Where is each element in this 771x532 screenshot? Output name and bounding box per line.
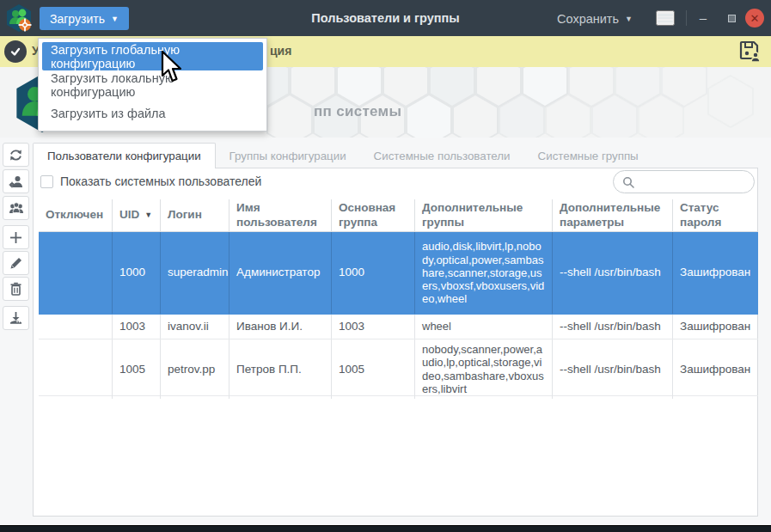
column-header-extra-groups[interactable]: Дополнительные группы bbox=[415, 199, 553, 232]
refresh-button[interactable] bbox=[3, 143, 29, 167]
tab-bar: Пользователи конфигурации Группы конфигу… bbox=[33, 143, 652, 168]
menu-item-load-local-config[interactable]: Загрузить локальную конфигурацию bbox=[42, 70, 263, 99]
caret-down-icon: ▼ bbox=[625, 15, 633, 23]
user-settings-icon bbox=[9, 174, 23, 189]
app-window: Загрузить ▼ Пользователи и группы Сохран… bbox=[0, 0, 771, 532]
delete-button[interactable] bbox=[3, 277, 29, 301]
search-input[interactable] bbox=[639, 174, 745, 189]
caret-down-icon: ▼ bbox=[111, 15, 119, 23]
load-button[interactable]: Загрузить ▼ bbox=[40, 7, 129, 30]
search-box bbox=[613, 170, 755, 193]
sort-desc-icon: ▼ bbox=[144, 211, 152, 220]
refresh-icon bbox=[9, 148, 23, 162]
users-group-button[interactable] bbox=[3, 196, 29, 220]
app-logo-icon bbox=[4, 3, 34, 33]
edit-button[interactable] bbox=[3, 251, 29, 275]
menu-item-load-from-file[interactable]: Загрузить из файла bbox=[42, 99, 263, 127]
table-row[interactable]: 1005 petrov.pp Петров П.П. 1005 nobody,s… bbox=[39, 339, 758, 396]
save-button[interactable]: Сохранить ▼ bbox=[552, 8, 638, 29]
titlebar-separator bbox=[686, 10, 687, 26]
content-panel: Показать системных пользователей Отключе… bbox=[33, 168, 758, 517]
restore-button[interactable] bbox=[728, 13, 738, 23]
column-header-uid[interactable]: UID▼ bbox=[113, 199, 161, 232]
tab-system-users[interactable]: Системные пользователи bbox=[360, 143, 524, 168]
titlebar: Загрузить ▼ Пользователи и группы Сохран… bbox=[0, 0, 771, 36]
tab-config-users[interactable]: Пользователи конфигурации bbox=[33, 143, 216, 168]
table-header-row: Отключен UID▼ Логин Имя пользователя Осн… bbox=[39, 199, 758, 232]
download-button[interactable] bbox=[3, 306, 29, 330]
show-system-users-checkbox[interactable] bbox=[40, 175, 53, 188]
column-header-primary-group[interactable]: Основная группа bbox=[332, 199, 415, 232]
add-icon bbox=[9, 231, 22, 244]
tab-config-groups[interactable]: Группы конфигурации bbox=[216, 143, 360, 168]
search-icon bbox=[622, 176, 634, 188]
window-bottom-edge bbox=[0, 525, 771, 532]
load-dropdown-menu: Загрузить глобальную конфигурацию Загруз… bbox=[38, 38, 267, 131]
table-row[interactable]: 1003 ivanov.ii Иванов И.И. 1003 wheel --… bbox=[39, 315, 758, 339]
check-icon bbox=[4, 40, 27, 63]
user-settings-button[interactable] bbox=[3, 169, 29, 193]
save-button-label: Сохранить bbox=[557, 12, 619, 26]
add-button[interactable] bbox=[3, 225, 29, 249]
trash-icon bbox=[9, 282, 22, 296]
column-header-login[interactable]: Логин bbox=[161, 199, 229, 232]
column-header-disabled[interactable]: Отключен bbox=[39, 199, 113, 232]
download-icon bbox=[9, 311, 23, 325]
restore-icon bbox=[728, 15, 736, 22]
banner-title-fragment: пп системы bbox=[314, 103, 401, 120]
column-header-username[interactable]: Имя пользователя bbox=[229, 199, 332, 232]
table-row[interactable]: 1000 superadmin Администратор 1000 audio… bbox=[39, 232, 758, 315]
column-header-password-status[interactable]: Статус пароля bbox=[673, 199, 758, 232]
users-table: Отключен UID▼ Логин Имя пользователя Осн… bbox=[39, 199, 758, 396]
notification-text-fragment-right: ция bbox=[270, 44, 291, 58]
minimize-button[interactable]: – bbox=[694, 9, 713, 28]
column-header-extra-params[interactable]: Дополнительные параметры bbox=[553, 199, 673, 232]
edit-icon bbox=[9, 256, 23, 270]
menu-item-load-global-config[interactable]: Загрузить глобальную конфигурацию bbox=[42, 42, 263, 70]
load-button-label: Загрузить bbox=[50, 12, 105, 26]
close-button[interactable]: ✕ bbox=[745, 9, 764, 28]
tab-system-groups[interactable]: Системные группы bbox=[524, 143, 652, 168]
users-group-icon bbox=[9, 201, 24, 216]
hamburger-menu-button[interactable] bbox=[656, 10, 675, 26]
show-system-users-label: Показать системных пользователей bbox=[60, 174, 261, 188]
save-user-icon[interactable] bbox=[737, 39, 762, 64]
